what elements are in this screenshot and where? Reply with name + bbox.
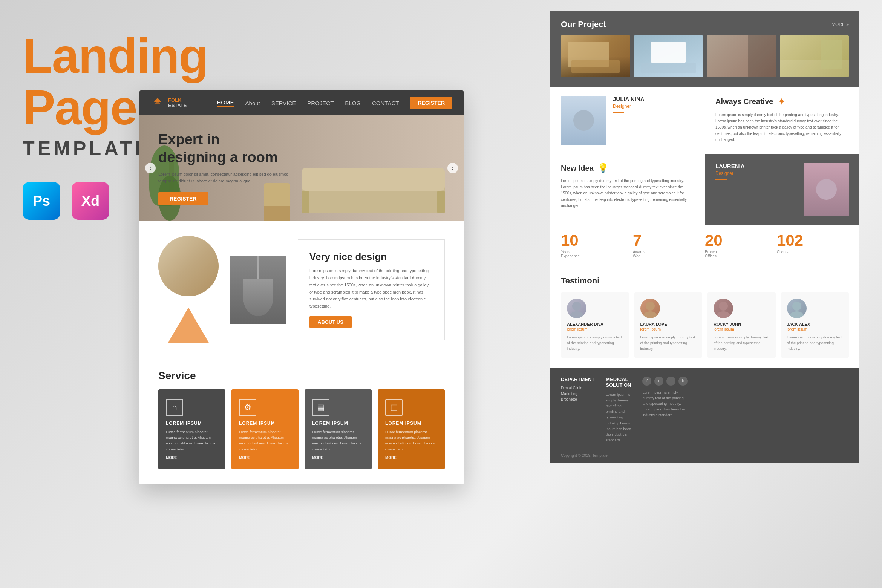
- blog-icon[interactable]: b: [678, 377, 688, 386]
- footer-social-col: f in t b Lorem ipsum is simply dummy tex…: [642, 377, 688, 443]
- testi-role-3: lorem ipsum: [714, 327, 770, 331]
- project-grid: [561, 35, 849, 77]
- service-card-2: ⚙ LOREM IPSUM Fusce fermentum placerat m…: [231, 389, 299, 469]
- photoshop-icon: Ps: [23, 182, 60, 220]
- footer-dept-link-2[interactable]: Marketing: [561, 392, 594, 396]
- nav-register-btn[interactable]: REGISTER: [410, 97, 452, 109]
- service-cards: ⌂ LOREM IPSUM Fusce fermentum placerat m…: [158, 389, 445, 469]
- testi-avatar-3: [714, 299, 733, 318]
- julia-role: Designer: [613, 104, 694, 109]
- hero-register-btn[interactable]: REGISTER: [158, 192, 208, 205]
- stat-clients-label: Clients: [777, 250, 849, 254]
- creative-header: Always Creative ✦: [715, 96, 849, 107]
- about-cta-btn[interactable]: ABOUT US: [309, 316, 352, 328]
- stat-years-number: 10: [561, 233, 633, 248]
- service-card-4: ◫ LOREM IPSUM Fusce fermentum placerat m…: [378, 389, 445, 469]
- svg-point-5: [643, 311, 657, 318]
- testi-role-2: lorem ipsum: [640, 327, 697, 331]
- navbar: FOLKESTATE HOME About SERVICE PROJECT BL…: [139, 90, 464, 115]
- testimoni-section: Testimoni ALEXANDER DIVA lorem ipsum Lor…: [550, 266, 859, 368]
- nav-about[interactable]: About: [245, 100, 260, 106]
- julia-photo: [561, 96, 606, 145]
- stat-awards-label: AwardsWon: [633, 250, 705, 258]
- idea-section: New Idea 💡 Lorem ipsum is simply dummy t…: [550, 154, 705, 225]
- creative-icon: ✦: [778, 96, 786, 107]
- service-title: Service: [158, 370, 445, 382]
- about-section: Very nice design Lorem ipsum is simply d…: [139, 221, 464, 358]
- service-more-1[interactable]: MORE: [166, 456, 218, 460]
- title-line1: Landing: [23, 28, 208, 83]
- team-laurenia-card: LAURENIA Designer: [705, 154, 859, 225]
- testi-card-1: ALEXANDER DIVA lorem ipsum Lorem ipsum i…: [561, 292, 629, 358]
- testi-text-4: Lorem ipsum is simply dummy text of the …: [787, 334, 843, 352]
- julia-info: JULIA NINA Designer: [613, 96, 694, 116]
- service-more-2[interactable]: MORE: [239, 456, 291, 460]
- testi-role-1: lorem ipsum: [567, 327, 623, 331]
- service-more-3[interactable]: MORE: [312, 456, 364, 460]
- service-icon-1: ⌂: [166, 399, 183, 416]
- testi-name-3: ROCKY JOHN: [714, 322, 770, 326]
- our-project-section: Our Project MORE »: [550, 11, 859, 87]
- about-inner: Very nice design Lorem ipsum is simply d…: [158, 236, 445, 343]
- nav-contact[interactable]: CONTACT: [372, 100, 399, 106]
- idea-text: Lorem ipsum is simply dummy text of the …: [561, 178, 694, 209]
- laurenia-divider: [715, 179, 727, 180]
- project-header: Our Project MORE »: [561, 20, 849, 29]
- team-creative-row: JULIA NINA Designer Always Creative ✦ Lo…: [550, 87, 859, 154]
- testi-name-1: ALEXANDER DIVA: [567, 322, 623, 326]
- testi-text-1: Lorem ipsum is simply dummy text of the …: [567, 334, 623, 352]
- footer-copyright: Copyright © 2019. Template: [550, 452, 859, 463]
- project-image-2: [634, 35, 703, 77]
- nav-blog[interactable]: BLOG: [345, 100, 361, 106]
- nav-project[interactable]: PROJECT: [307, 100, 334, 106]
- title-line2: Page: [23, 80, 137, 135]
- svg-point-7: [717, 311, 730, 318]
- testi-card-3: ROCKY JOHN lorem ipsum Lorem ipsum is si…: [707, 292, 776, 358]
- nav-service[interactable]: SERVICE: [271, 100, 296, 106]
- hero-description: Lorem ipsum dolor sit amet, consectetur …: [158, 171, 299, 184]
- julia-name: JULIA NINA: [613, 96, 694, 102]
- service-card-title-3: LOREM IPSUM: [312, 421, 364, 426]
- footer-dept-link-3[interactable]: Brochette: [561, 397, 594, 401]
- about-triangle: [168, 308, 209, 343]
- avatar-icon-4: [787, 299, 807, 318]
- footer-department: DEPARTMENT Dental Clinic Marketing Broch…: [561, 377, 594, 443]
- project-more-link[interactable]: MORE »: [831, 22, 849, 27]
- service-more-4[interactable]: MORE: [385, 456, 437, 460]
- service-card-title-4: LOREM IPSUM: [385, 421, 437, 426]
- testi-card-2: LAURA LOVE lorem ipsum Lorem ipsum is si…: [634, 292, 703, 358]
- twitter-icon[interactable]: t: [666, 377, 675, 386]
- avatar-icon-1: [567, 299, 586, 318]
- stats-bar: 10 YearsExperience 7 AwardsWon 20 Branch…: [550, 225, 859, 266]
- testi-role-4: lorem ipsum: [787, 327, 843, 331]
- website-preview-left: FOLKESTATE HOME About SERVICE PROJECT BL…: [139, 90, 464, 484]
- idea-laurenia-row: New Idea 💡 Lorem ipsum is simply dummy t…: [550, 154, 859, 225]
- nav-home[interactable]: HOME: [217, 99, 234, 107]
- stat-clients-number: 102: [777, 233, 849, 248]
- svg-point-6: [719, 302, 728, 311]
- testi-name-4: JACK ALEX: [787, 322, 843, 326]
- svg-point-2: [572, 302, 581, 311]
- footer-section: DEPARTMENT Dental Clinic Marketing Broch…: [550, 368, 859, 452]
- testi-avatar-2: [640, 299, 660, 318]
- nav-links: HOME About SERVICE PROJECT BLOG CONTACT …: [217, 97, 452, 109]
- svg-point-9: [790, 311, 804, 318]
- about-circle-image: [158, 236, 219, 296]
- footer-copyright-row: [699, 382, 849, 443]
- hero-title: Expert in designing a room: [158, 131, 299, 167]
- stat-awards-number: 7: [633, 233, 705, 248]
- team-julia-card: JULIA NINA Designer: [550, 87, 705, 154]
- facebook-icon[interactable]: f: [642, 377, 651, 386]
- about-lamp-image: [230, 256, 286, 324]
- svg-point-4: [646, 302, 655, 311]
- service-icon-2: ⚙: [239, 399, 256, 416]
- sofa-decoration: [294, 134, 452, 221]
- footer-dept-link-1[interactable]: Dental Clinic: [561, 386, 594, 390]
- stat-offices-number: 20: [705, 233, 777, 248]
- instagram-icon[interactable]: in: [654, 377, 663, 386]
- testi-card-4: JACK ALEX lorem ipsum Lorem ipsum is sim…: [781, 292, 849, 358]
- hero-prev-btn[interactable]: ‹: [145, 163, 156, 173]
- testi-name-2: LAURA LOVE: [640, 322, 697, 326]
- service-card-desc-3: Fusce fermentum placerat magna ac pharet…: [312, 429, 364, 452]
- hero-next-btn[interactable]: ›: [447, 163, 458, 173]
